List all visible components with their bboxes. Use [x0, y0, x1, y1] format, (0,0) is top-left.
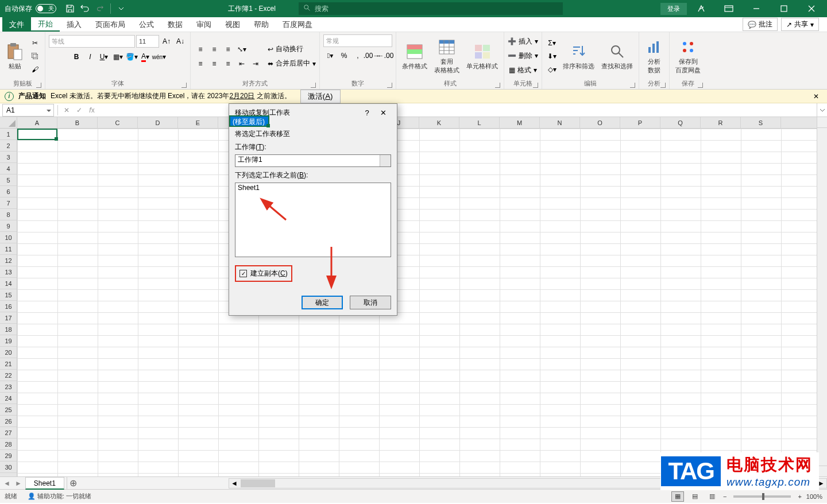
col-header[interactable]: B [57, 117, 98, 128]
row-header[interactable]: 25 [0, 404, 17, 416]
row-header[interactable]: 26 [0, 416, 17, 427]
row-header[interactable]: 3 [0, 152, 17, 163]
row-header[interactable]: 1 [0, 129, 17, 140]
row-header[interactable]: 14 [0, 278, 17, 289]
search-box[interactable]: 搜索 [299, 2, 563, 15]
scroll-left-icon[interactable]: ◄ [229, 479, 239, 487]
cell-styles-button[interactable]: 单元格样式 [464, 41, 500, 72]
col-header[interactable]: A [17, 117, 57, 128]
row-header[interactable]: 28 [0, 439, 17, 450]
ok-button[interactable]: 确定 [302, 296, 343, 309]
copy-button[interactable]: ⿻ [29, 50, 41, 63]
col-header[interactable]: O [580, 117, 620, 128]
font-name-select[interactable]: 等线 [49, 35, 135, 48]
conditional-format-button[interactable]: 条件格式 [400, 41, 430, 72]
share-button[interactable]: ↗共享▾ [781, 18, 819, 31]
align-right-icon[interactable]: ≡ [222, 57, 234, 70]
clear-icon[interactable]: ◇▾ [546, 63, 558, 76]
dialog-close-icon[interactable]: ✕ [375, 108, 391, 117]
close-icon[interactable] [798, 0, 825, 17]
cut-button[interactable]: ✂ [29, 37, 41, 49]
tab-insert[interactable]: 插入 [60, 17, 88, 32]
col-header[interactable]: C [98, 117, 138, 128]
name-box[interactable]: A1 [2, 104, 54, 117]
dialog-help-icon[interactable]: ? [359, 108, 375, 117]
tab-formulas[interactable]: 公式 [132, 17, 161, 32]
maximize-icon[interactable] [771, 0, 797, 17]
row-header[interactable]: 27 [0, 427, 17, 439]
coming-soon-icon[interactable] [688, 0, 714, 17]
zoom-out-icon[interactable]: − [723, 493, 726, 500]
normal-view-icon[interactable]: ▦ [671, 491, 684, 502]
enter-formula-icon[interactable]: ✓ [73, 106, 86, 114]
col-header[interactable]: P [620, 117, 660, 128]
row-header[interactable]: 20 [0, 347, 17, 358]
analyze-button[interactable]: 分析 数据 [643, 37, 666, 76]
increase-font-icon[interactable]: A↑ [160, 35, 173, 48]
decrease-font-icon[interactable]: A↓ [174, 35, 187, 48]
save-icon[interactable] [65, 4, 75, 13]
autosave-toggle[interactable]: 自动保存 关 [0, 4, 61, 14]
add-sheet-button[interactable]: ⊕ [67, 477, 79, 490]
tab-help[interactable]: 帮助 [247, 17, 276, 32]
select-all-corner[interactable] [0, 117, 17, 129]
row-header[interactable]: 16 [0, 301, 17, 312]
autosum-icon[interactable]: Σ▾ [546, 37, 558, 49]
row-header[interactable]: 15 [0, 289, 17, 301]
list-item[interactable]: Sheet1 [235, 183, 391, 192]
currency-icon[interactable]: 􀀏▾ [324, 49, 337, 62]
row-header[interactable]: 8 [0, 209, 17, 220]
zoom-level[interactable]: 100% [806, 493, 822, 500]
sheet-prev-icon[interactable]: ◄ [3, 479, 10, 487]
find-select-button[interactable]: 查找和选择 [599, 41, 635, 72]
align-center-icon[interactable]: ≡ [208, 57, 221, 70]
comma-icon[interactable]: , [351, 49, 364, 62]
col-header[interactable]: D [138, 117, 178, 128]
row-header[interactable]: 11 [0, 243, 17, 255]
delete-cells-button[interactable]: ➖删除▾ [508, 49, 538, 63]
number-format-select[interactable]: 常规 [323, 34, 392, 47]
toggle-switch[interactable]: 关 [36, 4, 56, 13]
bold-button[interactable]: B [70, 51, 83, 63]
redo-icon[interactable] [95, 4, 105, 13]
comments-button[interactable]: 💬批注 [743, 18, 778, 31]
qat-dropdown-icon[interactable] [117, 4, 126, 13]
row-header[interactable]: 10 [0, 232, 17, 243]
align-left-icon[interactable]: ≡ [194, 57, 207, 70]
increase-decimal-icon[interactable]: .00→ [365, 49, 378, 62]
row-header[interactable]: 4 [0, 163, 17, 175]
row-header[interactable]: 24 [0, 393, 17, 404]
col-header[interactable]: S [741, 117, 781, 128]
fill-color-button[interactable]: 🪣▾ [125, 51, 138, 63]
row-header[interactable]: 6 [0, 186, 17, 197]
col-header[interactable]: R [701, 117, 741, 128]
page-break-view-icon[interactable]: ▥ [706, 491, 718, 502]
tab-review[interactable]: 审阅 [190, 17, 218, 32]
row-header[interactable]: 19 [0, 335, 17, 347]
wrap-text-button[interactable]: ↩自动换行 [268, 42, 316, 56]
zoom-slider[interactable] [733, 495, 791, 498]
orientation-icon[interactable]: ⤡▾ [235, 43, 248, 56]
table-format-button[interactable]: 套用 表格格式 [432, 37, 462, 76]
underline-button[interactable]: U▾ [98, 51, 110, 63]
cancel-formula-icon[interactable]: ✕ [60, 106, 73, 114]
zoom-in-icon[interactable]: + [798, 493, 801, 500]
percent-icon[interactable]: % [338, 49, 350, 62]
row-header[interactable]: 5 [0, 175, 17, 186]
col-header[interactable]: E [178, 117, 218, 128]
row-header[interactable]: 29 [0, 450, 17, 462]
border-button[interactable]: ▦▾ [111, 51, 124, 63]
row-header[interactable]: 23 [0, 381, 17, 393]
tab-file[interactable]: 文件 [2, 17, 31, 32]
minimize-icon[interactable] [743, 0, 770, 17]
phonetic-button[interactable]: wén▾ [153, 51, 165, 63]
font-color-button[interactable]: A▾ [139, 51, 152, 63]
tab-home[interactable]: 开始 [31, 17, 60, 32]
indent-increase-icon[interactable]: ⇥ [249, 57, 262, 70]
row-header[interactable]: 22 [0, 370, 17, 381]
font-size-select[interactable]: 11 [136, 35, 159, 48]
row-header[interactable]: 18 [0, 324, 17, 335]
col-header[interactable]: K [419, 117, 459, 128]
row-header[interactable]: 21 [0, 358, 17, 370]
tab-baidu[interactable]: 百度网盘 [276, 17, 319, 32]
